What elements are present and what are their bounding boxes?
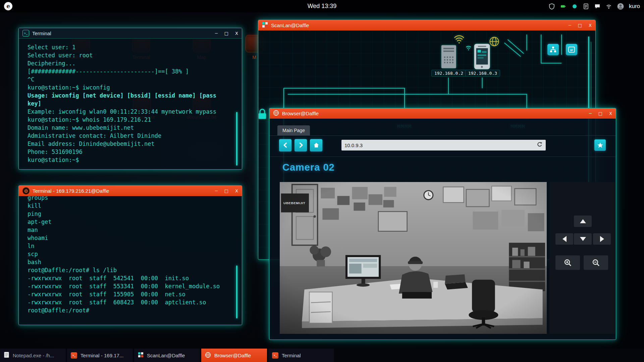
clock: Wed 13:39 — [308, 3, 337, 10]
desktop-icon-label: M — [252, 55, 256, 60]
minimize-button[interactable]: ─ — [215, 188, 218, 193]
scanlan-titlebar[interactable]: ScanLan@Daffle ─ □ X — [258, 20, 595, 31]
terminal-line: Administrative contact: Ailbert Dininde — [28, 132, 233, 140]
refresh-icon[interactable] — [537, 141, 543, 149]
window-title: Terminal — [32, 31, 51, 36]
terminal-line: Domain name: www.ubebemijit.net — [28, 124, 233, 132]
ip-view-button[interactable]: IP — [566, 44, 577, 55]
terminal-line: ln — [28, 242, 233, 250]
taskbar-item-scanlan[interactable]: ScanLan@Daffle — [134, 349, 200, 362]
device-ip-label[interactable]: 192.168.0.3 — [465, 70, 500, 77]
camera-controls-panel — [549, 182, 615, 334]
camera-pan-left-button[interactable] — [555, 233, 573, 245]
taskbar-item-label: Notepad.exe - /h... — [13, 353, 54, 358]
terminal-line: Usage: iwconfig [net device] [bssid] [es… — [28, 92, 233, 100]
close-button[interactable]: X — [589, 23, 592, 28]
terminal-icon: >_ — [71, 352, 77, 359]
bookmark-button[interactable] — [594, 139, 606, 151]
terminal-line: kuro@station:~$ whois 169.179.216.21 — [28, 116, 233, 124]
home-button[interactable] — [310, 139, 322, 152]
scrollbar[interactable] — [236, 112, 237, 166]
wifi-signal-icon — [454, 36, 464, 44]
maximize-button[interactable]: □ — [224, 31, 228, 36]
top-status-bar: e Wed 13:39 kuro — [0, 0, 644, 12]
camera-zoom-out-button[interactable] — [584, 255, 608, 270]
close-button[interactable]: X — [235, 188, 238, 193]
desktop-screen: e Wed 13:39 kuro FileExplorer Terminal M… — [0, 0, 644, 362]
forward-button[interactable] — [294, 139, 307, 152]
taskbar: Notepad.exe - /h... >_ Terminal - 169.17… — [0, 349, 644, 362]
browser-titlebar[interactable]: Browser@Daffle ─ □ X — [269, 108, 616, 119]
taskbar-item-browser[interactable]: Browser@Daffle — [201, 349, 267, 362]
battery-icon[interactable] — [560, 3, 567, 10]
camera-feed-image: UBEBEMIJIT — [280, 182, 547, 334]
wifi-icon[interactable] — [605, 3, 612, 10]
minimize-button[interactable]: ─ — [569, 23, 571, 28]
terminal-output[interactable]: Select user: 1Selected user: rootDeciphe… — [19, 39, 242, 169]
terminal-line: root@Daffle:/root# ls /lib — [28, 266, 233, 274]
tab-separator — [269, 135, 616, 136]
minimize-button[interactable]: ─ — [589, 111, 592, 116]
terminal-icon: >_ — [22, 30, 29, 37]
taskbar-item-terminal-local[interactable]: >_ Terminal — [268, 349, 334, 362]
maximize-button[interactable]: □ — [224, 188, 228, 193]
minimize-button[interactable]: ─ — [215, 31, 218, 36]
terminal-titlebar[interactable]: ⚙ Terminal - 169.179.216.21@Daffle ─ □ X — [19, 186, 242, 196]
terminal-line: -rwxrwxrwx root staff 553341 00:00 kerne… — [28, 282, 233, 290]
terminal-line: Select user: 1 — [28, 43, 233, 51]
status-dot-icon[interactable] — [571, 3, 578, 10]
notepad-icon — [4, 352, 9, 359]
terminal-window-remote: ⚙ Terminal - 169.179.216.21@Daffle ─ □ X… — [18, 185, 242, 325]
camera-pan-right-button[interactable] — [593, 233, 611, 245]
os-logo-icon: e — [4, 2, 12, 10]
terminal-line: Selected user: root — [28, 51, 233, 59]
device-pc-icon[interactable] — [441, 45, 456, 68]
device-ip-label[interactable]: 192.168.0.2 — [431, 70, 466, 77]
shield-icon[interactable] — [548, 3, 555, 10]
url-input[interactable] — [344, 142, 537, 148]
window-title: Terminal - 169.179.216.21@Daffle — [33, 188, 109, 194]
avatar[interactable] — [617, 3, 624, 10]
username-label: kuro — [629, 3, 640, 10]
terminal-line: ^C — [28, 75, 233, 83]
camera-zoom-in-button[interactable] — [555, 255, 580, 270]
scrollbar[interactable] — [236, 265, 237, 318]
maximize-button[interactable]: □ — [598, 111, 602, 116]
terminal-line: key] — [28, 100, 233, 108]
globe-icon — [490, 37, 499, 46]
terminal-line: root@Daffle:/root# — [28, 306, 233, 314]
close-button[interactable]: X — [609, 111, 612, 116]
camera-pan-up-button[interactable] — [574, 216, 592, 227]
browser-tab-main-page[interactable]: Main Page — [277, 125, 310, 135]
terminal-line: man — [28, 226, 233, 234]
chat-icon[interactable] — [594, 3, 601, 10]
url-bar — [341, 140, 546, 150]
terminal-output[interactable]: groupskillpingapt-getmanwhoamilnscpbashr… — [19, 194, 242, 325]
browser-window: Browser@Daffle ─ □ X Main Page Camera 02 — [269, 108, 616, 340]
taskbar-item-terminal-remote[interactable]: >_ Terminal - 169.17... — [67, 349, 133, 362]
browser-globe-icon — [273, 110, 279, 117]
terminal-titlebar[interactable]: >_ Terminal ─ □ X — [19, 28, 242, 39]
camera-pan-down-button[interactable] — [574, 233, 592, 245]
taskbar-item-label: Browser@Daffle — [214, 353, 251, 358]
terminal-window-local: >_ Terminal ─ □ X Select user: 1Selected… — [18, 28, 242, 170]
topology-view-button[interactable] — [547, 44, 559, 55]
window-title: Browser@Daffle — [282, 111, 319, 116]
terminal-line: kill — [28, 202, 233, 210]
terminal-line: Email address: Dininde@ubebemijit.net — [28, 140, 233, 148]
terminal-line: Deciphering... — [28, 59, 233, 67]
back-button[interactable] — [279, 139, 291, 152]
terminal-line: [#############-----------------------]==… — [28, 67, 233, 75]
taskbar-item-label: Terminal - 169.17... — [80, 353, 123, 358]
scanlan-app-icon — [262, 22, 268, 29]
device-phone-icon[interactable] — [474, 44, 490, 69]
terminal-line: ping — [28, 210, 233, 218]
terminal-line: bash — [28, 258, 233, 266]
toolbar-separator — [269, 157, 616, 157]
tasks-icon[interactable] — [583, 3, 589, 10]
close-button[interactable]: X — [235, 31, 238, 36]
maximize-button[interactable]: □ — [578, 23, 582, 28]
taskbar-item-notepad[interactable]: Notepad.exe - /h... — [0, 349, 66, 362]
gear-icon: ⚙ — [22, 187, 30, 194]
terminal-line: -rwxrwxrwx root staff 542541 00:00 init.… — [28, 274, 233, 282]
